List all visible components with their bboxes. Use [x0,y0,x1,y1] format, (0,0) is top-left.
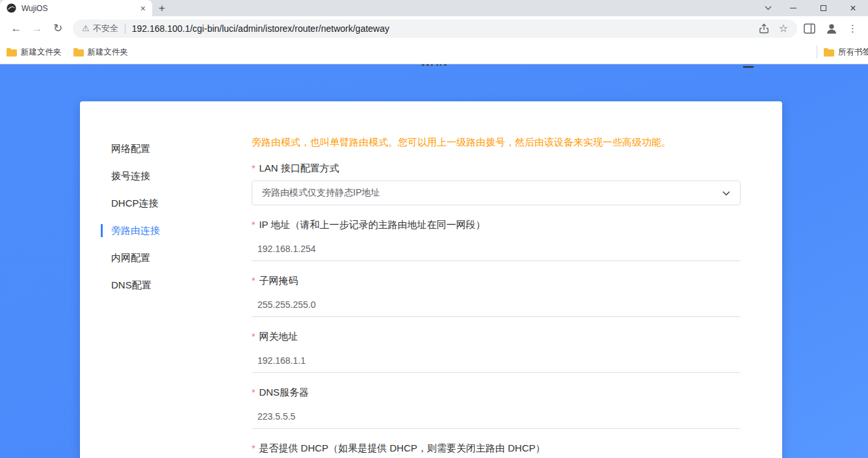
header-menu-icon[interactable] [743,64,754,71]
gateway-address-input[interactable] [252,349,741,373]
bookmark-folder-label: 新建文件夹 [21,47,62,58]
omnibox-divider [125,23,125,34]
required-marker: * [252,218,255,232]
navbar-right-actions: ⋮ [804,21,858,36]
settings-form: 旁路由模式，也叫单臂路由模式。您可以用上一级路由拨号，然后由该设备来实现一些高级… [252,101,741,458]
field-label-text: DNS服务器 [259,385,309,399]
minimize-button[interactable] [778,0,808,16]
settings-sidebar: 网络配置 拨号连接 DHCP连接 旁路由连接 内网配置 DNS配置 [80,101,252,458]
new-tab-button[interactable]: + [152,0,172,16]
tab-close-icon[interactable]: × [140,4,146,13]
site-favicon-icon [7,3,16,13]
security-label[interactable]: 不安全 [93,23,118,34]
required-marker: * [252,274,255,288]
sidebar-item-network-config[interactable]: 网络配置 [111,135,252,162]
sidebar-item-dhcp-connection[interactable]: DHCP连接 [111,190,252,217]
bookmark-folder-label: 新建文件夹 [88,47,129,58]
required-marker: * [252,386,255,400]
field-subnet-mask: * 子网掩码 [252,274,741,317]
browser-navbar: ← → ↻ ⚠ 不安全 192.168.100.1/cgi-bin/luci/a… [0,16,868,40]
field-label: * IP 地址（请和上一步记录的主路由地址在同一网段） [252,218,741,232]
field-gateway-address: * 网关地址 [252,329,741,373]
window-controls: × [757,0,868,16]
required-marker: * [252,162,255,175]
subnet-mask-input[interactable] [252,293,741,317]
sidebar-item-lan-config[interactable]: 内网配置 [111,244,252,272]
back-icon[interactable]: ← [7,22,26,35]
field-label-text: 子网掩码 [259,274,298,287]
field-provide-dhcp: * 是否提供 DHCP（如果是提供 DHCP，则需要关闭主路由 DHCP） [252,441,741,455]
bypass-mode-notice: 旁路由模式，也叫单臂路由模式。您可以用上一级路由拨号，然后由该设备来实现一些高级… [252,135,741,149]
dns-server-input[interactable] [252,405,741,429]
bookmarks-bar: 新建文件夹 新建文件夹 所有书签 [0,40,868,64]
tab-search-chevron-icon[interactable] [757,6,778,10]
page-title: WAN [0,64,868,69]
field-lan-mode: * LAN 接口配置方式 旁路由模式仅支持静态IP地址 [252,161,741,205]
field-ip-address: * IP 地址（请和上一步记录的主路由地址在同一网段） [252,218,741,261]
field-label: * 网关地址 [252,329,741,344]
browser-tabstrip: WujiOS × + × [0,0,868,16]
field-label: * LAN 接口配置方式 [252,161,741,175]
folder-icon [7,48,17,57]
tab-title: WujiOS [21,4,135,13]
profile-avatar-icon[interactable] [824,21,839,36]
side-panel-icon[interactable] [804,23,815,34]
minimize-icon [790,8,796,8]
field-label-text: 是否提供 DHCP（如果是提供 DHCP，则需要关闭主路由 DHCP） [259,441,545,455]
required-marker: * [252,330,255,344]
forward-icon[interactable]: → [27,22,47,35]
folder-icon [73,48,84,57]
settings-card: 网络配置 拨号连接 DHCP连接 旁路由连接 内网配置 DNS配置 旁路由模式，… [80,101,782,458]
page-content: WAN 网络配置 拨号连接 DHCP连接 旁路由连接 内网配置 DNS配置 旁路… [0,64,868,458]
browser-tab[interactable]: WujiOS × [0,0,152,16]
ip-address-input[interactable] [252,237,741,261]
sidebar-item-dns-config[interactable]: DNS配置 [111,272,252,299]
folder-icon [824,48,834,57]
browser-menu-icon[interactable]: ⋮ [848,23,858,34]
required-marker: * [252,442,255,455]
sidebar-item-bypass-router-connection[interactable]: 旁路由连接 [111,217,252,244]
bookmark-folder-1[interactable]: 新建文件夹 [7,47,62,58]
field-label-text: IP 地址（请和上一步记录的主路由地址在同一网段） [259,218,485,231]
close-window-button[interactable]: × [838,0,868,16]
field-label-text: LAN 接口配置方式 [259,161,339,175]
bookmark-star-icon[interactable]: ☆ [779,23,788,34]
bookmark-folder-2[interactable]: 新建文件夹 [73,47,129,58]
omnibox-actions: ☆ [759,23,788,34]
address-bar[interactable]: ⚠ 不安全 192.168.100.1/cgi-bin/luci/admin/i… [73,19,797,38]
field-label-text: 网关地址 [259,329,298,343]
url-text[interactable]: 192.168.100.1/cgi-bin/luci/admin/istorex… [132,23,752,34]
bookmarks-divider [817,45,817,58]
lan-mode-select[interactable]: 旁路由模式仅支持静态IP地址 [252,181,741,205]
field-label: * 是否提供 DHCP（如果是提供 DHCP，则需要关闭主路由 DHCP） [252,441,741,455]
share-icon[interactable] [759,23,769,34]
maximize-icon [821,5,826,11]
sidebar-item-dial-connection[interactable]: 拨号连接 [111,162,252,190]
all-bookmarks-label: 所有书签 [838,47,868,58]
reload-icon[interactable]: ↻ [48,21,68,35]
maximize-button[interactable] [808,0,838,16]
field-dns-server: * DNS服务器 [252,385,741,429]
field-label: * DNS服务器 [252,385,741,400]
select-value: 旁路由模式仅支持静态IP地址 [262,187,380,199]
screen: WujiOS × + × ← → ↻ ⚠ 不安全 192.168.100.1/c… [0,0,868,458]
all-bookmarks-button[interactable]: 所有书签 [817,45,868,58]
chevron-down-icon [722,191,730,196]
not-secure-warning-icon: ⚠ [82,23,90,33]
field-label: * 子网掩码 [252,274,741,288]
